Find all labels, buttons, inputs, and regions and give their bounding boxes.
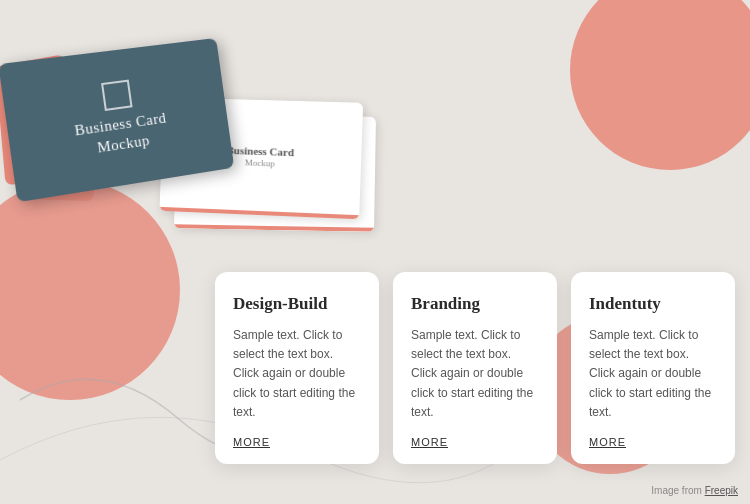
feature-card-2-body: Sample text. Click to select the text bo… (589, 326, 717, 422)
feature-card-2: Indentuty Sample text. Click to select t… (571, 272, 735, 464)
image-credit: Image from Freepik (651, 485, 738, 496)
feature-card-0: Design-Build Sample text. Click to selec… (215, 272, 379, 464)
feature-cards-container: Design-Build Sample text. Click to selec… (215, 272, 735, 464)
card-accent-line-front (174, 224, 374, 231)
feature-card-0-body: Sample text. Click to select the text bo… (233, 326, 361, 422)
feature-card-1-body: Sample text. Click to select the text bo… (411, 326, 539, 422)
feature-card-2-more[interactable]: MORE (589, 436, 717, 448)
card-dark-title: Business Card Mockup (73, 109, 170, 161)
feature-card-0-title: Design-Build (233, 294, 361, 314)
feature-card-1-title: Branding (411, 294, 539, 314)
card-white-back-subtitle: Mockup (226, 156, 294, 171)
card-logo-box (101, 80, 133, 111)
feature-card-1-more[interactable]: MORE (411, 436, 539, 448)
feature-card-0-more[interactable]: MORE (233, 436, 361, 448)
business-card-dark-content: Business Card Mockup (68, 75, 170, 160)
feature-card-1: Branding Sample text. Click to select th… (393, 272, 557, 464)
credit-link[interactable]: Freepik (705, 485, 738, 496)
feature-card-2-title: Indentuty (589, 294, 717, 314)
card-white-back-content: Business Card Mockup (226, 144, 294, 171)
